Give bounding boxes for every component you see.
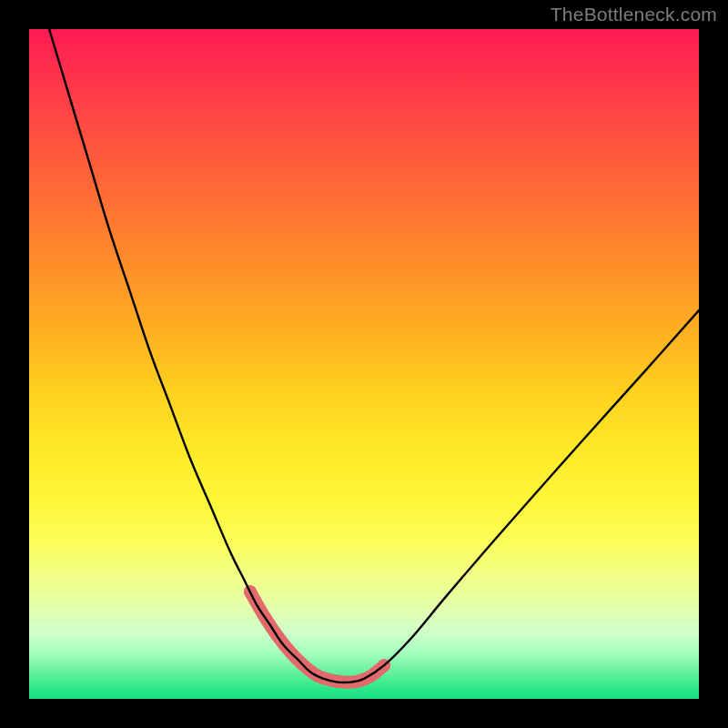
chart-svg [29,29,699,699]
plot-area [29,29,699,699]
bottleneck-curve-path [49,29,699,682]
watermark-text: TheBottleneck.com [551,4,717,25]
chart-frame: TheBottleneck.com [0,0,728,728]
bottom-highlight-path [250,592,384,682]
